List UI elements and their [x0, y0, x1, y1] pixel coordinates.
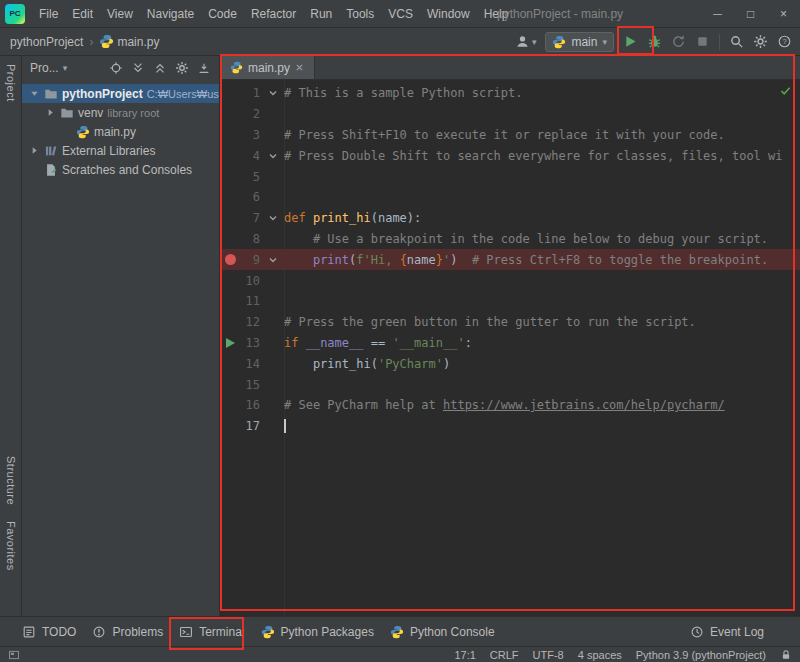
- project-panel-title[interactable]: Pro...: [30, 61, 59, 75]
- status-line-separator[interactable]: CRLF: [490, 649, 519, 661]
- code-line[interactable]: 14 print_hi('PyCharm'): [220, 353, 800, 374]
- chevron-right-icon[interactable]: [28, 146, 40, 155]
- toolwindow-event-log-button[interactable]: Event Log: [690, 625, 764, 639]
- code-line[interactable]: 15: [220, 374, 800, 395]
- fold-marker-icon[interactable]: [260, 88, 284, 98]
- chevron-right-icon[interactable]: [44, 108, 56, 117]
- run-config-selector[interactable]: main▾: [545, 32, 614, 52]
- menu-navigate[interactable]: Navigate: [140, 4, 201, 24]
- line-number[interactable]: 17: [240, 419, 260, 433]
- stripe-top-group: Project: [0, 64, 22, 102]
- debug-button[interactable]: [647, 34, 662, 49]
- line-number[interactable]: 4: [240, 149, 260, 163]
- code-line[interactable]: 13if __name__ == '__main__':: [220, 333, 800, 354]
- menu-refactor[interactable]: Refactor: [244, 4, 303, 24]
- expand-all-button[interactable]: [131, 61, 145, 75]
- toolwindow-python-packages-button[interactable]: Python Packages: [261, 625, 374, 639]
- toolwindow-terminal-button[interactable]: Terminal: [179, 625, 244, 639]
- code-line[interactable]: 11: [220, 291, 800, 312]
- run-button[interactable]: [623, 34, 638, 49]
- code-line[interactable]: 12# Press the green button in the gutter…: [220, 312, 800, 333]
- settings-button[interactable]: [753, 34, 768, 49]
- code-line[interactable]: 3# Press Shift+F10 to execute it or repl…: [220, 125, 800, 146]
- code-line[interactable]: 17: [220, 416, 800, 437]
- tree-item-external-libraries[interactable]: External Libraries: [22, 141, 219, 160]
- tree-item-scratches-and-consoles[interactable]: Scratches and Consoles: [22, 160, 219, 179]
- menu-edit[interactable]: Edit: [65, 4, 100, 24]
- status-indent[interactable]: 4 spaces: [578, 649, 622, 661]
- line-number[interactable]: 2: [240, 107, 260, 121]
- tree-item-label: venv: [78, 106, 103, 120]
- code-line[interactable]: 5: [220, 166, 800, 187]
- line-number[interactable]: 15: [240, 378, 260, 392]
- code-line[interactable]: 16# See PyCharm help at https://www.jetb…: [220, 395, 800, 416]
- tree-item-venv[interactable]: venv library root: [22, 103, 219, 122]
- tab-main-py[interactable]: main.py: [220, 56, 315, 79]
- breadcrumb-item-main-py[interactable]: main.py: [117, 35, 159, 49]
- fold-marker-icon[interactable]: [260, 151, 284, 161]
- toolwindow-button-favorites[interactable]: Favorites: [5, 521, 17, 571]
- toolwindow-problems-button[interactable]: Problems: [92, 625, 163, 639]
- line-number[interactable]: 6: [240, 190, 260, 204]
- status-interpreter[interactable]: Python 3.9 (pythonProject): [636, 649, 766, 661]
- menu-vcs[interactable]: VCS: [381, 4, 420, 24]
- search-button[interactable]: [729, 34, 744, 49]
- line-number[interactable]: 5: [240, 170, 260, 184]
- line-number[interactable]: 16: [240, 398, 260, 412]
- menu-tools[interactable]: Tools: [339, 4, 381, 24]
- status-encoding[interactable]: UTF-8: [533, 649, 564, 661]
- code-line[interactable]: 8 # Use a breakpoint in the code line be…: [220, 229, 800, 250]
- line-number[interactable]: 14: [240, 357, 260, 371]
- tree-item-pythonproject[interactable]: pythonProject C:₩Users₩user: [22, 84, 219, 103]
- fold-marker-icon[interactable]: [260, 213, 284, 223]
- menu-window[interactable]: Window: [420, 4, 477, 24]
- hide-panel-button[interactable]: [197, 61, 211, 75]
- line-number[interactable]: 10: [240, 274, 260, 288]
- line-number[interactable]: 13: [240, 336, 260, 350]
- code-line[interactable]: 7def print_hi(name):: [220, 208, 800, 229]
- toolwindow-switcher-icon[interactable]: [8, 649, 20, 661]
- inspections-status-icon[interactable]: [779, 84, 792, 97]
- line-number[interactable]: 9: [240, 253, 260, 267]
- toolwindow-button-project[interactable]: Project: [5, 64, 17, 102]
- stop-button[interactable]: [695, 34, 710, 49]
- tree-item-main-py[interactable]: main.py: [22, 122, 219, 141]
- menu-code[interactable]: Code: [201, 4, 244, 24]
- toolwindow-button-structure[interactable]: Structure: [5, 456, 17, 505]
- chevron-down-icon[interactable]: [28, 89, 40, 98]
- line-number[interactable]: 12: [240, 315, 260, 329]
- collapse-all-button[interactable]: [153, 61, 167, 75]
- fold-marker-icon[interactable]: [260, 255, 284, 265]
- code-line[interactable]: 9 print(f'Hi, {name}') # Press Ctrl+F8 t…: [220, 249, 800, 270]
- menu-run[interactable]: Run: [303, 4, 339, 24]
- close-button[interactable]: ×: [767, 0, 800, 27]
- line-number[interactable]: 7: [240, 211, 260, 225]
- toolwindow-python-console-button[interactable]: Python Console: [390, 625, 495, 639]
- line-number[interactable]: 3: [240, 128, 260, 142]
- toolwindow-todo-button[interactable]: TODO: [22, 625, 76, 639]
- breadcrumb-item-pythonproject[interactable]: pythonProject: [10, 35, 83, 49]
- line-number[interactable]: 1: [240, 86, 260, 100]
- maximize-button[interactable]: □: [734, 0, 767, 27]
- menu-view[interactable]: View: [100, 4, 140, 24]
- locate-opened-file-button[interactable]: [109, 61, 123, 75]
- code-line[interactable]: 6: [220, 187, 800, 208]
- code-editor[interactable]: 1# This is a sample Python script.23# Pr…: [220, 80, 800, 616]
- code-line[interactable]: 4# Press Double Shift to search everywhe…: [220, 145, 800, 166]
- status-caret-position[interactable]: 17:1: [454, 649, 475, 661]
- line-number[interactable]: 8: [240, 232, 260, 246]
- breakpoint-icon[interactable]: [220, 254, 240, 265]
- code-with-me-button[interactable]: ▾: [515, 34, 537, 49]
- code-line[interactable]: 10: [220, 270, 800, 291]
- run-line-icon[interactable]: [220, 338, 240, 348]
- close-tab-icon[interactable]: [295, 63, 304, 72]
- code-line[interactable]: 2: [220, 104, 800, 125]
- line-number[interactable]: 11: [240, 294, 260, 308]
- minimize-button[interactable]: ─: [701, 0, 734, 27]
- rerun-button[interactable]: [671, 34, 686, 49]
- panel-settings-button[interactable]: [175, 61, 189, 75]
- menu-file[interactable]: File: [32, 4, 65, 24]
- readonly-lock-icon[interactable]: [780, 649, 792, 661]
- code-line[interactable]: 1# This is a sample Python script.: [220, 83, 800, 104]
- help-button[interactable]: ?: [777, 34, 792, 49]
